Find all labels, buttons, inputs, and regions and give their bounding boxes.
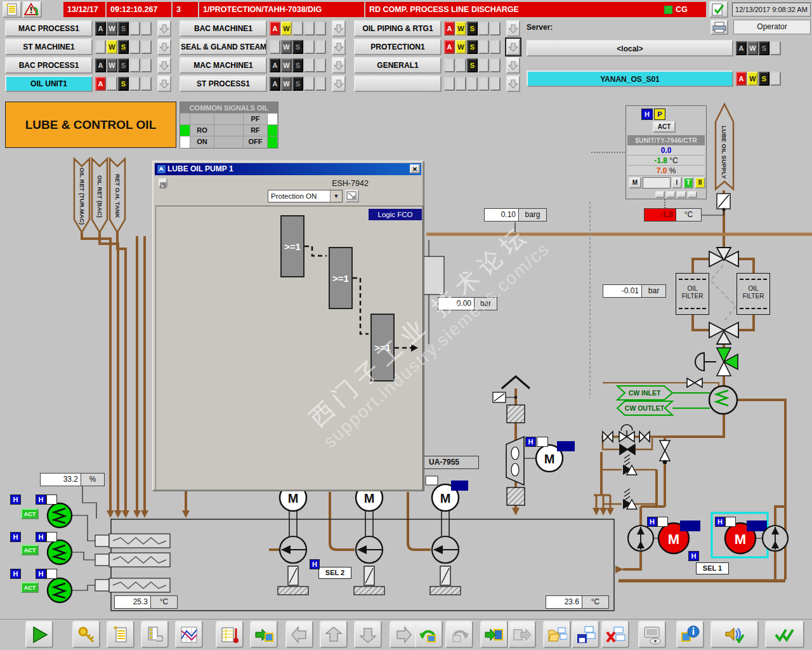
group-cell-empty[interactable] (315, 77, 326, 91)
group-cell-empty[interactable] (315, 58, 326, 72)
enter-picture-button[interactable] (480, 621, 508, 648)
dialog-titlebar[interactable]: LUBE OIL PUMP 1 (155, 163, 421, 175)
picture-forward-button[interactable] (445, 621, 473, 648)
heater-act-button[interactable]: ACT (21, 508, 39, 519)
dialog-screen-button[interactable] (345, 190, 359, 202)
server-yanan-button[interactable]: YANAN_OS_S01 (527, 70, 733, 87)
nav-down-arrow-button[interactable] (332, 39, 346, 55)
group-cell-a[interactable]: A (95, 58, 106, 72)
nav-button-oil-unit1[interactable]: OIL UNIT1 (5, 76, 93, 92)
group-cell-empty[interactable] (304, 58, 315, 72)
hand-mode-chip[interactable]: H (36, 494, 46, 505)
print-report-button[interactable] (141, 621, 169, 648)
nav-down-arrow-button[interactable] (157, 20, 171, 37)
hand-mode-chip[interactable]: H (10, 569, 21, 579)
supply-pressure-value[interactable]: 0.10barg (484, 208, 547, 222)
group-cell-empty[interactable] (444, 77, 455, 91)
picture-info-button[interactable] (676, 621, 704, 648)
group-cell-a[interactable]: A (444, 22, 455, 36)
pump-pressure-value[interactable]: 0.00bar (438, 297, 497, 310)
group-cell-a[interactable]: A (270, 58, 280, 72)
picture-back-button[interactable] (415, 621, 443, 648)
group-cell-empty[interactable] (770, 41, 781, 55)
exit-picture-button[interactable] (508, 621, 536, 648)
pressure-control-manifold[interactable] (603, 425, 670, 464)
group-cell-s[interactable]: S (759, 41, 769, 55)
alarm-acknowledge-button[interactable] (23, 1, 42, 18)
heater-act-button[interactable]: ACT (21, 582, 39, 593)
group-cell-w[interactable]: W (455, 22, 466, 36)
nav-down-arrow-button[interactable] (157, 57, 171, 74)
nav-down-arrow-button[interactable] (332, 76, 346, 92)
group-cell-w[interactable]: W (281, 22, 292, 36)
group-cell-empty[interactable] (129, 77, 140, 91)
nav-down-arrow-button[interactable] (506, 39, 520, 55)
group-cell-empty[interactable] (770, 72, 781, 86)
group-cell-a[interactable]: A (736, 41, 747, 55)
close-picture-button[interactable] (601, 621, 629, 648)
hand-mode-chip[interactable]: H (525, 437, 536, 447)
group-cell-w[interactable]: W (747, 72, 758, 86)
nav-down-arrow-button[interactable] (332, 57, 346, 74)
group-cell-empty[interactable] (490, 58, 501, 72)
nav-button-oil-piping-rtg1[interactable]: OIL PIPING & RTG1 (354, 20, 442, 37)
group-cell-a[interactable]: A (444, 40, 455, 54)
acknowledge-all-button[interactable] (765, 621, 804, 648)
save-picture-button[interactable] (572, 621, 599, 648)
nav-button-protection1[interactable]: PROTECTION1 (354, 39, 442, 55)
navigate-up-button[interactable] (320, 621, 348, 648)
nav-down-arrow-button[interactable] (157, 76, 171, 92)
group-cell-w[interactable]: W (455, 40, 466, 54)
monitor-preview-button[interactable] (638, 621, 666, 648)
group-cell-empty[interactable] (141, 58, 152, 72)
tank-heaters[interactable] (48, 503, 72, 602)
group-cell-empty[interactable] (141, 22, 152, 36)
filter-outlet-3way-valve[interactable] (709, 322, 738, 344)
status-white-box[interactable] (537, 437, 548, 447)
navigate-right-button[interactable] (390, 621, 417, 648)
group-cell-s[interactable]: S (759, 72, 769, 86)
hand-mode-chip[interactable]: H (647, 517, 657, 527)
status-white-box[interactable] (725, 517, 736, 527)
nav-button-bac-machine1[interactable]: BAC MACHINE1 (180, 20, 267, 37)
hand-mode-chip[interactable]: H (715, 517, 725, 527)
hand-mode-chip[interactable]: H (310, 559, 320, 569)
runtime-start-button[interactable] (25, 621, 53, 648)
alarm-report-button[interactable] (107, 621, 134, 648)
group-cell-a[interactable]: A (270, 22, 280, 36)
open-picture-button[interactable] (543, 621, 571, 648)
status-white-box[interactable] (46, 494, 57, 505)
group-cell-s[interactable]: S (292, 58, 303, 72)
group-cell-empty[interactable] (315, 40, 326, 54)
faceplate-i-button[interactable]: I (672, 177, 682, 189)
group-cell-empty[interactable] (292, 22, 303, 36)
group-cell-empty[interactable] (455, 77, 466, 91)
alarm-list-button[interactable] (3, 1, 22, 18)
group-cell-w[interactable]: W (107, 22, 117, 36)
status-white-box[interactable] (46, 569, 57, 579)
group-cell-s[interactable]: S (467, 40, 478, 54)
group-cell-s[interactable]: S (118, 22, 129, 36)
hand-mode-chip[interactable]: H (10, 532, 21, 542)
nav-down-arrow-button[interactable] (157, 39, 171, 55)
goto-picture-button[interactable] (250, 621, 278, 648)
group-cell-empty[interactable] (129, 22, 140, 36)
group-cell-a[interactable]: A (95, 77, 106, 91)
acknowledge-check-button[interactable] (709, 1, 728, 18)
dropdown-arrow-icon[interactable]: ▼ (330, 190, 342, 202)
hand-mode-chip[interactable]: H (10, 494, 21, 505)
group-cell-s[interactable]: S (467, 58, 478, 72)
group-cell-empty[interactable] (444, 58, 455, 72)
dialog-close-button[interactable]: ✕ (410, 164, 420, 173)
faceplate-act-button[interactable]: ACT (653, 121, 676, 133)
nav-button-seal-gland-steam[interactable]: SEAL & GLAND STEAM (180, 39, 267, 55)
hand-mode-chip[interactable]: H (36, 532, 46, 542)
nav-down-arrow-button[interactable] (332, 20, 346, 37)
faceplate-manual-button[interactable]: M (629, 177, 641, 189)
status-white-box[interactable] (657, 517, 668, 527)
key-button[interactable] (72, 621, 100, 648)
oil-filter-2[interactable]: OILFILTER (737, 273, 770, 315)
navigate-left-button[interactable] (285, 621, 313, 648)
group-cell-empty[interactable] (270, 40, 280, 54)
group-cell-empty[interactable] (304, 77, 315, 91)
